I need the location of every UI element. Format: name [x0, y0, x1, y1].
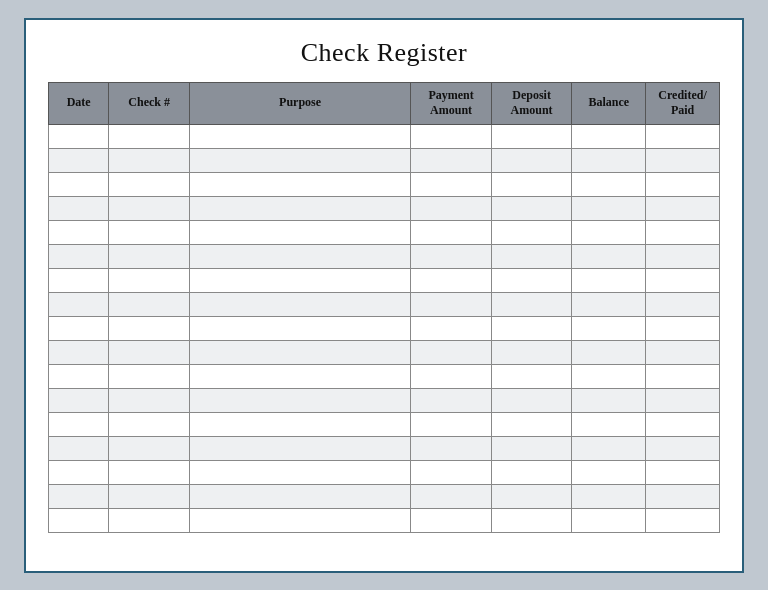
table-cell[interactable] — [109, 460, 190, 484]
table-cell[interactable] — [572, 268, 646, 292]
table-cell[interactable] — [49, 388, 109, 412]
table-cell[interactable] — [572, 148, 646, 172]
table-cell[interactable] — [646, 412, 720, 436]
table-row[interactable] — [49, 196, 720, 220]
table-row[interactable] — [49, 388, 720, 412]
table-cell[interactable] — [411, 436, 492, 460]
table-cell[interactable] — [491, 460, 572, 484]
table-cell[interactable] — [411, 508, 492, 532]
table-cell[interactable] — [491, 508, 572, 532]
table-cell[interactable] — [646, 268, 720, 292]
table-cell[interactable] — [109, 436, 190, 460]
table-cell[interactable] — [49, 484, 109, 508]
table-cell[interactable] — [411, 172, 492, 196]
table-cell[interactable] — [411, 148, 492, 172]
table-cell[interactable] — [491, 316, 572, 340]
table-cell[interactable] — [189, 508, 410, 532]
table-cell[interactable] — [491, 244, 572, 268]
table-row[interactable] — [49, 508, 720, 532]
table-cell[interactable] — [189, 412, 410, 436]
table-cell[interactable] — [411, 292, 492, 316]
table-cell[interactable] — [646, 364, 720, 388]
table-cell[interactable] — [491, 196, 572, 220]
table-cell[interactable] — [491, 412, 572, 436]
table-cell[interactable] — [572, 316, 646, 340]
table-cell[interactable] — [646, 340, 720, 364]
table-cell[interactable] — [109, 340, 190, 364]
table-cell[interactable] — [646, 460, 720, 484]
table-cell[interactable] — [109, 388, 190, 412]
table-cell[interactable] — [411, 244, 492, 268]
table-cell[interactable] — [109, 412, 190, 436]
table-cell[interactable] — [646, 484, 720, 508]
table-cell[interactable] — [411, 460, 492, 484]
table-cell[interactable] — [646, 124, 720, 148]
table-cell[interactable] — [49, 316, 109, 340]
table-row[interactable] — [49, 172, 720, 196]
table-cell[interactable] — [189, 316, 410, 340]
table-cell[interactable] — [646, 292, 720, 316]
table-cell[interactable] — [491, 172, 572, 196]
table-cell[interactable] — [572, 460, 646, 484]
table-cell[interactable] — [49, 340, 109, 364]
table-cell[interactable] — [109, 148, 190, 172]
table-cell[interactable] — [572, 172, 646, 196]
table-cell[interactable] — [189, 436, 410, 460]
table-cell[interactable] — [411, 340, 492, 364]
table-cell[interactable] — [572, 412, 646, 436]
table-cell[interactable] — [491, 364, 572, 388]
table-cell[interactable] — [411, 364, 492, 388]
table-cell[interactable] — [646, 220, 720, 244]
table-cell[interactable] — [491, 484, 572, 508]
table-cell[interactable] — [572, 508, 646, 532]
table-cell[interactable] — [49, 220, 109, 244]
table-cell[interactable] — [646, 172, 720, 196]
table-cell[interactable] — [109, 292, 190, 316]
table-row[interactable] — [49, 292, 720, 316]
table-cell[interactable] — [49, 148, 109, 172]
table-row[interactable] — [49, 268, 720, 292]
table-cell[interactable] — [189, 460, 410, 484]
table-cell[interactable] — [189, 340, 410, 364]
table-cell[interactable] — [109, 220, 190, 244]
table-cell[interactable] — [189, 292, 410, 316]
table-cell[interactable] — [411, 220, 492, 244]
table-row[interactable] — [49, 316, 720, 340]
table-cell[interactable] — [411, 124, 492, 148]
table-cell[interactable] — [411, 268, 492, 292]
table-cell[interactable] — [109, 172, 190, 196]
table-cell[interactable] — [572, 364, 646, 388]
table-cell[interactable] — [646, 244, 720, 268]
table-cell[interactable] — [572, 340, 646, 364]
table-row[interactable] — [49, 124, 720, 148]
table-row[interactable] — [49, 340, 720, 364]
table-cell[interactable] — [109, 196, 190, 220]
table-cell[interactable] — [411, 316, 492, 340]
table-cell[interactable] — [572, 436, 646, 460]
table-cell[interactable] — [491, 148, 572, 172]
table-cell[interactable] — [572, 484, 646, 508]
table-cell[interactable] — [646, 436, 720, 460]
table-cell[interactable] — [491, 220, 572, 244]
table-cell[interactable] — [491, 124, 572, 148]
table-cell[interactable] — [49, 196, 109, 220]
table-cell[interactable] — [572, 388, 646, 412]
table-cell[interactable] — [109, 268, 190, 292]
table-cell[interactable] — [189, 364, 410, 388]
table-cell[interactable] — [189, 388, 410, 412]
table-cell[interactable] — [491, 340, 572, 364]
table-row[interactable] — [49, 364, 720, 388]
table-cell[interactable] — [109, 484, 190, 508]
table-row[interactable] — [49, 484, 720, 508]
table-cell[interactable] — [411, 412, 492, 436]
table-cell[interactable] — [49, 172, 109, 196]
table-cell[interactable] — [646, 196, 720, 220]
table-cell[interactable] — [189, 484, 410, 508]
table-cell[interactable] — [49, 124, 109, 148]
table-cell[interactable] — [646, 316, 720, 340]
table-cell[interactable] — [49, 412, 109, 436]
table-cell[interactable] — [572, 124, 646, 148]
table-cell[interactable] — [109, 508, 190, 532]
table-cell[interactable] — [411, 388, 492, 412]
table-cell[interactable] — [411, 484, 492, 508]
